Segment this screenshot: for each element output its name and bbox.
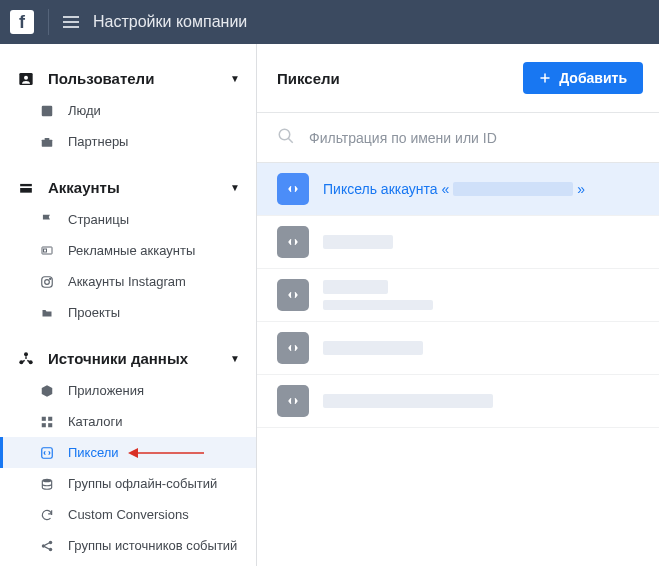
search-icon bbox=[277, 127, 295, 148]
sidebar-item-catalogs[interactable]: Каталоги bbox=[0, 406, 256, 437]
svg-rect-19 bbox=[42, 447, 53, 458]
pixel-row[interactable] bbox=[257, 322, 659, 375]
pixel-row-title bbox=[323, 235, 393, 249]
redacted-text bbox=[323, 280, 388, 294]
search-input[interactable] bbox=[309, 130, 643, 146]
svg-rect-5 bbox=[20, 183, 32, 185]
sidebar-item-label: Группы офлайн-событий bbox=[68, 476, 217, 491]
svg-point-11 bbox=[50, 278, 51, 279]
pixel-icon bbox=[277, 226, 309, 258]
svg-point-24 bbox=[49, 547, 53, 551]
facebook-logo[interactable]: f bbox=[10, 10, 34, 34]
share-nodes-icon bbox=[38, 539, 56, 553]
add-button[interactable]: Добавить bbox=[523, 62, 643, 94]
stack-icon bbox=[38, 477, 56, 491]
redacted-text bbox=[323, 235, 393, 249]
sidebar-item-label: Рекламные аккаунты bbox=[68, 243, 195, 258]
pixel-row-selected[interactable]: Пиксель аккаунта « » bbox=[257, 163, 659, 216]
sidebar-item-label: Проекты bbox=[68, 305, 120, 320]
sidebar-item-pixels[interactable]: Пиксели bbox=[0, 437, 256, 468]
sidebar-item-label: Custom Conversions bbox=[68, 507, 189, 522]
sidebar-item-event-source-groups[interactable]: Группы источников событий bbox=[0, 530, 256, 561]
pixel-icon bbox=[277, 332, 309, 364]
redacted-text bbox=[453, 182, 573, 196]
search-row bbox=[257, 113, 659, 163]
sidebar-item-label: Приложения bbox=[68, 383, 144, 398]
redacted-text bbox=[323, 394, 493, 408]
sidebar-section-users[interactable]: Пользователи ▼ bbox=[0, 62, 256, 95]
pixel-row[interactable] bbox=[257, 375, 659, 428]
plus-icon bbox=[539, 72, 551, 84]
sidebar-item-label: Страницы bbox=[68, 212, 129, 227]
chevron-down-icon: ▼ bbox=[230, 73, 240, 84]
sidebar-item-pages[interactable]: Страницы bbox=[0, 204, 256, 235]
menu-icon[interactable] bbox=[63, 16, 79, 28]
instagram-icon bbox=[38, 275, 56, 289]
pixel-icon bbox=[277, 173, 309, 205]
svg-point-22 bbox=[42, 544, 46, 548]
svg-point-25 bbox=[279, 129, 290, 140]
data-sources-icon bbox=[16, 351, 36, 367]
svg-rect-15 bbox=[42, 416, 46, 420]
svg-rect-18 bbox=[48, 423, 52, 427]
add-button-label: Добавить bbox=[559, 70, 627, 86]
users-icon bbox=[16, 71, 36, 87]
annotation-arrow-icon bbox=[126, 446, 206, 460]
ad-icon bbox=[38, 245, 56, 257]
folder-icon bbox=[38, 307, 56, 319]
svg-rect-3 bbox=[42, 139, 53, 146]
accounts-icon bbox=[16, 181, 36, 195]
person-icon bbox=[38, 104, 56, 118]
pixel-icon bbox=[277, 385, 309, 417]
sidebar-section-accounts[interactable]: Аккаунты ▼ bbox=[0, 171, 256, 204]
sidebar-item-people[interactable]: Люди bbox=[0, 95, 256, 126]
sidebar-item-ad-accounts[interactable]: Рекламные аккаунты bbox=[0, 235, 256, 266]
sidebar-section-label: Пользователи bbox=[48, 70, 154, 87]
pixel-row-title bbox=[323, 280, 433, 310]
briefcase-icon bbox=[38, 135, 56, 149]
cube-icon bbox=[38, 384, 56, 398]
pixel-row[interactable] bbox=[257, 216, 659, 269]
sidebar-item-label: Группы источников событий bbox=[68, 538, 237, 553]
redacted-text bbox=[323, 300, 433, 310]
main-panel: Пиксели Добавить Пиксель аккаунта « » bbox=[257, 44, 659, 566]
pixel-icon bbox=[277, 279, 309, 311]
sidebar-item-projects[interactable]: Проекты bbox=[0, 297, 256, 328]
sidebar-item-offline-events[interactable]: Группы офлайн-событий bbox=[0, 468, 256, 499]
chevron-down-icon: ▼ bbox=[230, 353, 240, 364]
svg-rect-16 bbox=[48, 416, 52, 420]
sidebar-item-partners[interactable]: Партнеры bbox=[0, 126, 256, 157]
svg-point-10 bbox=[45, 279, 50, 284]
svg-point-23 bbox=[49, 540, 53, 544]
grid-icon bbox=[38, 415, 56, 429]
pixel-row[interactable] bbox=[257, 269, 659, 322]
sidebar-item-label: Люди bbox=[68, 103, 101, 118]
svg-rect-8 bbox=[44, 249, 47, 252]
sidebar-section-label: Аккаунты bbox=[48, 179, 120, 196]
main-title: Пиксели bbox=[277, 70, 340, 87]
chevron-down-icon: ▼ bbox=[230, 182, 240, 193]
pixel-row-title bbox=[323, 394, 493, 408]
svg-point-1 bbox=[24, 75, 28, 79]
pixel-row-title: Пиксель аккаунта « » bbox=[323, 181, 585, 197]
divider bbox=[48, 9, 49, 35]
refresh-icon bbox=[38, 508, 56, 522]
main-header: Пиксели Добавить bbox=[257, 44, 659, 113]
sidebar-item-instagram[interactable]: Аккаунты Instagram bbox=[0, 266, 256, 297]
sidebar-item-apps[interactable]: Приложения bbox=[0, 375, 256, 406]
page-title: Настройки компании bbox=[93, 13, 247, 31]
pixel-row-title bbox=[323, 341, 423, 355]
svg-point-12 bbox=[24, 352, 28, 356]
pixel-icon bbox=[38, 446, 56, 460]
svg-rect-17 bbox=[42, 423, 46, 427]
topbar: f Настройки компании bbox=[0, 0, 659, 44]
svg-rect-6 bbox=[20, 188, 32, 193]
sidebar-section-data-sources[interactable]: Источники данных ▼ bbox=[0, 342, 256, 375]
sidebar-section-label: Источники данных bbox=[48, 350, 188, 367]
sidebar-item-label: Партнеры bbox=[68, 134, 128, 149]
sidebar-item-custom-conversions[interactable]: Custom Conversions bbox=[0, 499, 256, 530]
sidebar-item-label: Каталоги bbox=[68, 414, 123, 429]
sidebar-item-label: Аккаунты Instagram bbox=[68, 274, 186, 289]
redacted-text bbox=[323, 341, 423, 355]
pixel-list: Пиксель аккаунта « » bbox=[257, 163, 659, 566]
